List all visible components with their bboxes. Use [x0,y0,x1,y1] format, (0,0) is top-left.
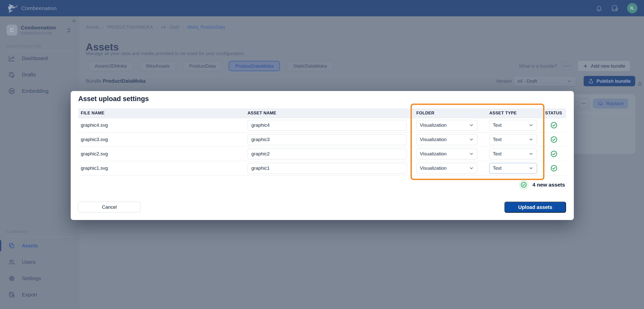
upload-table: FILE NAME ASSET NAME FOLDER ASSET TYPE S… [78,108,566,175]
upload-summary: 4 new assets [519,180,565,190]
upload-assets-button[interactable]: Upload assets [504,202,566,213]
asset-name-input[interactable] [248,163,407,174]
sidebar-item-label: Embedding [22,88,49,94]
file-name: graphic1.svg [78,165,246,171]
topbar-right: IL [596,3,637,13]
asset-name-input[interactable] [248,120,407,131]
col-status: STATUS [542,111,566,116]
asset-type-select[interactable]: Text [489,149,537,159]
summary-text: 4 new assets [532,182,565,188]
asset-type-value: Text [493,165,502,171]
asset-type-select[interactable]: Text [489,120,537,131]
version-select[interactable]: v4 - Draft [513,76,576,86]
sidebar: C Combeenation COMBEENATION CONFIGURATOR… [0,16,79,309]
app-root: Combeenation IL C [0,0,644,309]
asset-type-select[interactable]: Text [489,134,537,145]
sidebar-item-label: Drafts [22,72,36,78]
bundle-title: Bundle ProductDataMoka [86,78,146,84]
tab-staticdatamoka[interactable]: StaticDataMoka [287,61,333,71]
breadcrumb-assets[interactable]: Assets [86,25,99,30]
page-subtitle: Manage all your data and media provided … [86,51,245,56]
chevron-down-icon [567,79,572,84]
copy-icon [8,242,15,249]
table-row: graphic2.svg Visualization Text [78,147,566,161]
section-company-label: COMPANY [7,230,28,234]
sidebar-item-export[interactable]: Export [0,289,79,300]
sidebar-item-drafts[interactable]: Drafts [0,69,79,80]
asset-upload-modal: Asset upload settings FILE NAME ASSET NA… [71,91,574,220]
tab-bikeassets[interactable]: BikeAssets [140,61,176,71]
journal-icon[interactable] [611,5,619,12]
table-header: FILE NAME ASSET NAME FOLDER ASSET TYPE S… [78,108,566,118]
sidebar-item-embedding[interactable]: Embedding [0,85,79,97]
publish-upload-icon [588,78,594,84]
sidebar-item-dashboard[interactable]: Dashboard [0,53,79,64]
sidebar-item-settings[interactable]: Settings [0,273,79,284]
org-switcher[interactable]: C Combeenation COMBEENATION [7,25,72,35]
folder-value: Visualization [420,137,447,142]
breadcrumb: Assets › PRODUCTDATAMOKA › v4 - Draft › … [86,24,225,30]
folder-select[interactable]: Visualization [416,163,477,174]
breadcrumb-separator: › [102,24,104,30]
breadcrumb-current[interactable]: Moka_ProductData [187,25,225,30]
org-avatar: C [7,25,17,35]
chevron-down-icon [529,123,534,128]
folder-select[interactable]: Visualization [416,149,477,159]
replace-button[interactable]: Replace [593,99,628,109]
tab-assets3dmoka[interactable]: Assets3DMoka [88,61,133,71]
chevron-down-icon [469,123,474,128]
asset-type-value: Text [493,151,502,157]
sidebar-item-label: Settings [22,275,41,281]
breadcrumb-version[interactable]: v4 - Draft [161,25,179,30]
brand-name: Combeenation [21,5,57,11]
org-toggle-icon[interactable] [66,27,72,34]
sidebar-item-users[interactable]: Users [0,256,79,268]
bundle-more-button[interactable]: ··· [562,61,572,71]
summary-success-icon [519,180,529,190]
file-name: graphic4.svg [78,122,246,128]
add-new-bundle-button[interactable]: Add new bundle [578,61,630,71]
org-company: COMBEENATION [21,31,56,35]
asset-name-input[interactable] [248,134,407,145]
publish-bundle-button[interactable]: Publish bundle [584,76,635,86]
chevron-down-icon [469,137,474,142]
breadcrumb-separator: › [156,24,158,30]
collapse-panel-icon[interactable] [637,79,643,89]
tab-productdata[interactable]: ProductData [183,61,222,71]
chevron-down-icon [469,166,474,171]
folder-value: Visualization [420,122,447,128]
col-folder: FOLDER [411,111,487,116]
sidebar-item-label: Dashboard [22,55,48,61]
sidebar-collapse-icon[interactable] [71,18,77,24]
code-icon [8,88,15,95]
col-asset-type: ASSET TYPE [487,111,542,116]
notifications-bell-icon[interactable] [596,5,602,12]
asset-name-input[interactable] [248,149,407,159]
breadcrumb-separator: › [182,24,184,30]
asset-type-value: Text [493,137,502,142]
panel-more-button[interactable]: ··· [578,98,589,109]
sidebar-item-assets[interactable]: Assets [0,240,79,251]
breadcrumb-productdatamoka[interactable]: PRODUCTDATAMOKA [107,25,153,30]
status-success-icon [550,164,558,172]
bundle-word: Bundle [86,78,101,84]
folder-select[interactable]: Visualization [416,120,477,131]
export-icon [8,291,15,298]
tab-productdatamoka[interactable]: ProductDataMoka [229,61,280,71]
file-name: graphic2.svg [78,151,246,157]
what-is-a-bundle-link[interactable]: What is a bundle? [519,63,557,69]
divider [7,237,73,237]
topbar: Combeenation IL [0,0,644,16]
file-name: graphic3.svg [78,137,246,142]
publish-bundle-label: Publish bundle [596,78,631,84]
brand[interactable]: Combeenation [7,3,57,14]
bundle-actions: What is a bundle? ··· Add new bundle [519,61,630,71]
asset-type-select[interactable]: Text [489,163,537,174]
sidebar-item-label: Export [22,292,37,298]
folder-select[interactable]: Visualization [416,134,477,145]
table-row: graphic4.svg Visualization Text [78,118,566,133]
version-value: v4 - Draft [517,78,537,84]
modal-title: Asset upload settings [78,95,149,103]
user-avatar[interactable]: IL [627,3,637,13]
cancel-button[interactable]: Cancel [78,202,141,212]
